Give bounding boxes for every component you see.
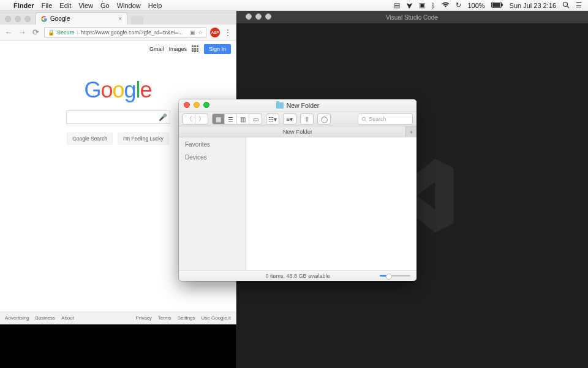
menu-help[interactable]: Help <box>148 2 162 9</box>
airplay-icon[interactable]: ▣ <box>419 1 425 9</box>
footer-about[interactable]: About <box>61 315 74 321</box>
clock[interactable]: Sun Jul 23 2:16 <box>510 2 556 9</box>
finder-tags-button[interactable]: ◯ <box>317 113 331 125</box>
tab-title: Google <box>50 15 70 22</box>
forward-icon: 〉 <box>195 114 208 124</box>
voice-search-icon[interactable]: 🎤 <box>159 113 167 121</box>
footer-terms[interactable]: Terms <box>158 315 172 321</box>
gallery-view-icon: ▭ <box>249 114 262 124</box>
secure-label: Secure <box>57 29 75 36</box>
finder-path-label[interactable]: New Folder <box>283 128 313 135</box>
app-name[interactable]: Finder <box>13 2 34 9</box>
finder-toolbar: 〈〉 ▦ ☰ ▥ ▭ ☷▾ ≡▾ ⇪ ◯ Search <box>179 112 417 126</box>
vscode-window-controls[interactable] <box>241 13 276 22</box>
column-view-icon: ▥ <box>237 114 249 124</box>
search-placeholder: Search <box>369 116 386 122</box>
chrome-toolbar: ← → ⟳ 🔒 Secure | https://www.google.com/… <box>0 25 236 40</box>
bookmark-star-icon[interactable]: ☆ <box>198 29 203 36</box>
finder-action-button[interactable]: ≡▾ <box>283 113 296 125</box>
icon-view-icon: ▦ <box>213 114 225 124</box>
action-icon: ≡▾ <box>284 114 296 124</box>
sidebar-devices-heading[interactable]: Devices <box>185 154 239 161</box>
google-search-button[interactable]: Google Search <box>67 132 113 145</box>
chrome-tab[interactable]: Google × <box>36 12 127 25</box>
google-favicon-icon <box>41 16 47 22</box>
images-link[interactable]: Images <box>168 46 187 52</box>
finder-arrange-button[interactable]: ☷▾ <box>266 113 279 125</box>
battery-icon[interactable] <box>491 2 503 9</box>
new-tab-button[interactable] <box>131 16 143 25</box>
google-footer: Advertising Business About Privacy Terms… <box>0 312 236 324</box>
google-search-input[interactable]: 🎤 <box>66 110 170 124</box>
forward-button[interactable]: → <box>17 28 27 37</box>
tags-icon: ◯ <box>318 114 330 124</box>
footer-use-google[interactable]: Use Google.it <box>202 315 231 321</box>
list-view-icon: ☰ <box>225 114 237 124</box>
wifi-icon[interactable] <box>442 2 450 9</box>
footer-advertising[interactable]: Advertising <box>5 315 29 321</box>
notification-center-icon[interactable]: ☰ <box>576 1 582 9</box>
battery-percent: 100% <box>467 2 484 9</box>
finder-pathbar: New Folder + <box>179 126 417 137</box>
svg-point-5 <box>362 117 365 120</box>
svg-rect-2 <box>502 4 503 6</box>
dropbox-icon[interactable]: ⮟ <box>406 2 413 9</box>
svg-line-6 <box>365 120 366 121</box>
finder-share-button[interactable]: ⇪ <box>300 113 314 125</box>
menu-go[interactable]: Go <box>100 2 110 9</box>
finder-window: New Folder 〈〉 ▦ ☰ ▥ ▭ ☷▾ ≡▾ ⇪ ◯ Search N… <box>179 99 417 281</box>
gmail-link[interactable]: Gmail <box>149 46 164 52</box>
cast-icon[interactable]: ▣ <box>190 29 195 36</box>
folder-icon <box>276 102 284 109</box>
back-button[interactable]: ← <box>4 28 13 37</box>
bluetooth-icon[interactable]: ᛒ <box>431 2 435 9</box>
vscode-titlebar: Visual Studio Code <box>236 11 588 23</box>
finder-content-area[interactable] <box>246 137 417 270</box>
adblock-icon[interactable]: ABP <box>210 28 220 37</box>
chrome-window-controls[interactable] <box>0 16 36 25</box>
timemachine-icon[interactable]: ↻ <box>456 1 461 9</box>
search-icon <box>361 117 367 122</box>
finder-view-switcher[interactable]: ▦ ☰ ▥ ▭ <box>212 113 262 125</box>
back-icon: 〈 <box>183 114 195 124</box>
chrome-menu-icon[interactable]: ⋮ <box>224 28 232 37</box>
arrange-icon: ☷▾ <box>266 114 279 124</box>
reload-button[interactable]: ⟳ <box>31 28 40 37</box>
spotlight-icon[interactable] <box>562 1 570 10</box>
finder-add-tab-button[interactable]: + <box>405 126 417 137</box>
finder-titlebar[interactable]: New Folder <box>179 99 417 112</box>
google-apps-icon[interactable] <box>192 45 199 53</box>
share-icon: ⇪ <box>301 114 313 124</box>
signin-button[interactable]: Sign In <box>204 44 231 54</box>
save-icon[interactable]: ▤ <box>394 1 400 9</box>
svg-line-4 <box>567 6 569 8</box>
svg-rect-1 <box>492 3 500 7</box>
dock-background <box>0 324 236 368</box>
menu-window[interactable]: Window <box>117 2 141 9</box>
feeling-lucky-button[interactable]: I'm Feeling Lucky <box>118 132 169 145</box>
finder-search-input[interactable]: Search <box>358 113 413 125</box>
menu-file[interactable]: File <box>42 2 53 9</box>
lock-icon: 🔒 <box>48 29 55 36</box>
address-bar[interactable]: 🔒 Secure | https://www.google.com/?gfe_r… <box>44 27 206 38</box>
finder-sidebar: Favorites Devices <box>179 137 246 270</box>
macos-menubar: Finder File Edit View Go Window Help ▤ ⮟… <box>0 0 588 11</box>
chrome-tabstrip: Google × <box>0 11 236 25</box>
url-text: https://www.google.com/?gfe_rd=cr&ei=... <box>81 29 187 36</box>
menu-view[interactable]: View <box>78 2 93 9</box>
finder-statusbar: 0 items, 48.8 GB available <box>179 270 417 281</box>
footer-privacy[interactable]: Privacy <box>136 315 152 321</box>
finder-nav-buttons[interactable]: 〈〉 <box>183 113 208 125</box>
finder-status-text: 0 items, 48.8 GB available <box>265 273 330 279</box>
finder-window-controls[interactable] <box>184 102 209 108</box>
footer-business[interactable]: Business <box>36 315 55 321</box>
sidebar-favorites-heading[interactable]: Favorites <box>185 141 239 148</box>
footer-settings[interactable]: Settings <box>178 315 195 321</box>
finder-title: New Folder <box>287 102 320 109</box>
svg-point-3 <box>564 2 568 6</box>
close-tab-icon[interactable]: × <box>118 15 122 22</box>
finder-zoom-slider[interactable] <box>380 275 410 277</box>
vscode-title: Visual Studio Code <box>386 14 438 21</box>
menu-edit[interactable]: Edit <box>59 2 71 9</box>
